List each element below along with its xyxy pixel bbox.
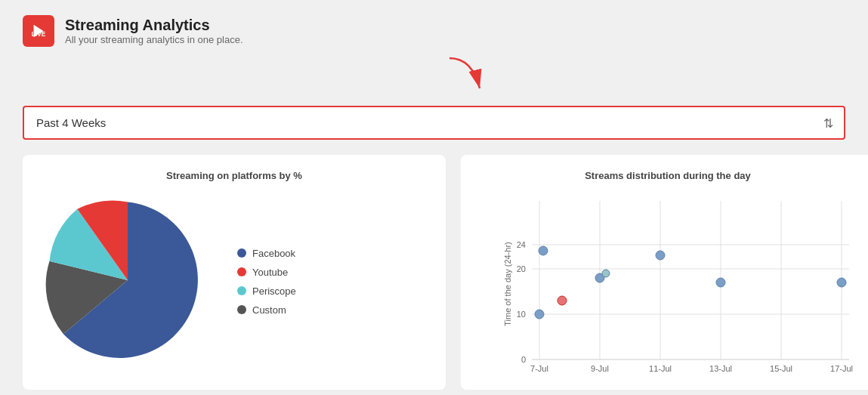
dropdown-wrapper[interactable]: Past 4 Weeks Past Week Past Month Past 3… [24,107,844,138]
legend-dot-youtube [237,267,246,276]
scatter-inner: 24 20 10 0 7-Jul 9-Jul 11-Jul 13-Jul 15-… [502,193,857,375]
pie-chart-area: Facebook Youtube Periscope Custom [41,193,428,369]
pie-chart-title: Streaming on platforms by % [41,170,428,181]
svg-text:24: 24 [517,240,526,249]
charts-row: Streaming on platforms by % [23,155,845,390]
data-point [656,251,665,260]
data-point [558,296,567,305]
svg-text:17-Jul: 17-Jul [830,364,853,373]
legend-label-custom: Custom [252,304,286,316]
header: LIVE Streaming Analytics All your stream… [23,15,845,47]
legend-dot-custom [237,305,246,314]
date-range-select[interactable]: Past 4 Weeks Past Week Past Month Past 3… [24,107,844,138]
svg-text:15-Jul: 15-Jul [770,364,792,373]
app-title: Streaming Analytics [65,17,243,34]
scatter-chart-title: Streams distribution during the day [479,170,857,181]
arrow-wrapper [23,54,845,100]
data-point [716,278,725,287]
header-text: Streaming Analytics All your streaming a… [65,17,243,45]
legend-item-youtube: Youtube [237,267,296,278]
data-point [539,246,548,255]
arrow-icon [434,54,495,100]
legend-label-facebook: Facebook [252,248,295,259]
legend-dot-periscope [237,286,246,295]
legend-item-custom: Custom [237,304,296,316]
data-point [535,310,544,319]
scatter-chart-svg: 24 20 10 0 7-Jul 9-Jul 11-Jul 13-Jul 15-… [502,193,857,375]
legend-item-periscope: Periscope [237,285,296,297]
svg-text:20: 20 [517,264,526,273]
pie-svg-container [41,193,215,369]
legend-item-facebook: Facebook [237,248,296,259]
legend-label-youtube: Youtube [252,267,288,278]
page-wrapper: LIVE Streaming Analytics All your stream… [0,0,868,395]
svg-text:0: 0 [521,355,526,364]
data-point [837,278,846,287]
svg-text:11-Jul: 11-Jul [649,364,672,373]
app-logo: LIVE [23,15,54,47]
data-point [602,270,610,277]
logo-play-icon: LIVE [30,23,47,39]
pie-chart-card: Streaming on platforms by % [23,155,446,390]
svg-text:10: 10 [517,310,526,319]
svg-text:9-Jul: 9-Jul [591,364,609,373]
scatter-area: 24 20 10 0 7-Jul 9-Jul 11-Jul 13-Jul 15-… [479,193,857,375]
svg-text:13-Jul: 13-Jul [709,364,732,373]
date-range-dropdown-container[interactable]: Past 4 Weeks Past Week Past Month Past 3… [23,106,845,140]
legend-dot-facebook [237,248,246,258]
app-subtitle: All your streaming analytics in one plac… [65,34,243,45]
pie-chart-svg [41,193,215,367]
svg-text:7-Jul: 7-Jul [530,364,548,373]
pie-legend: Facebook Youtube Periscope Custom [237,248,296,316]
svg-text:Time of the day (24-hr): Time of the day (24-hr) [503,242,512,326]
legend-label-periscope: Periscope [252,285,296,297]
scatter-chart-card: Streams distribution during the day [461,155,868,390]
svg-text:LIVE: LIVE [32,31,46,38]
